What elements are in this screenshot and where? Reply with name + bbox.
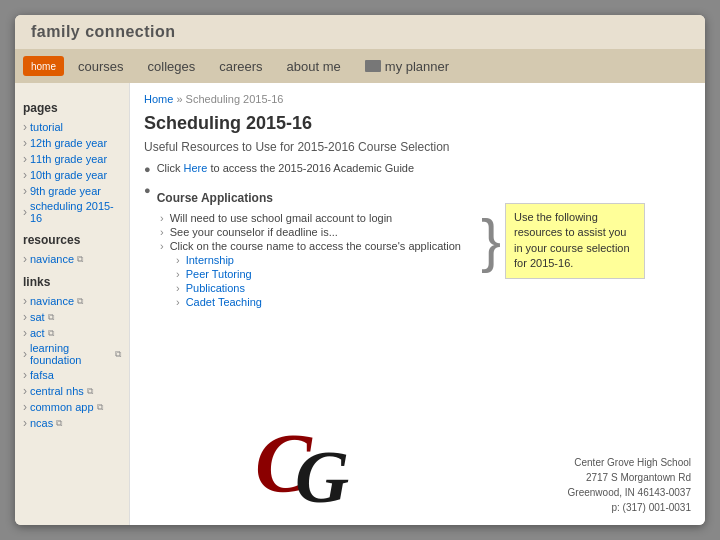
nav-item-courses[interactable]: courses: [68, 55, 134, 78]
ext-icon-act: ⧉: [48, 328, 54, 339]
school-logo: C G: [250, 412, 370, 512]
content-area: pages tutorial 12th grade year 11th grad…: [15, 83, 705, 525]
sidebar-resources-title: resources: [23, 233, 121, 247]
nav-item-colleges[interactable]: colleges: [138, 55, 206, 78]
ext-icon: ⧉: [77, 296, 83, 307]
sidebar-link-naviance-resource[interactable]: naviance ⧉: [23, 251, 121, 267]
sidebar-link-fafsa[interactable]: fafsa: [23, 367, 121, 383]
page-title: Scheduling 2015-16: [144, 113, 691, 134]
subtitle: Useful Resources to Use for 2015-2016 Co…: [144, 140, 691, 154]
sidebar: pages tutorial 12th grade year 11th grad…: [15, 83, 130, 525]
planner-icon: [365, 60, 381, 72]
sidebar-links-title: links: [23, 275, 121, 289]
bullet-dot2: ●: [144, 184, 151, 196]
app-window: family connection home courses colleges …: [15, 15, 705, 525]
nav-item-about-me[interactable]: about me: [277, 55, 351, 78]
school-address2: Greenwood, IN 46143-0037: [568, 485, 691, 500]
school-info: Center Grove High School 2717 S Morganto…: [568, 455, 691, 515]
sidebar-link-naviance[interactable]: naviance ⧉: [23, 293, 121, 309]
sidebar-link-tutorial[interactable]: tutorial: [23, 119, 121, 135]
sidebar-link-12th[interactable]: 12th grade year: [23, 135, 121, 151]
logo-area: C G: [250, 412, 370, 515]
school-name: Center Grove High School: [568, 455, 691, 470]
course-apps-title: Course Applications: [157, 191, 273, 205]
nav-item-my-planner[interactable]: my planner: [355, 55, 459, 78]
school-phone: p: (317) 001-0031: [568, 500, 691, 515]
breadcrumb-home[interactable]: Home: [144, 93, 173, 105]
sub-link-cadet-teaching[interactable]: Cadet Teaching: [176, 296, 691, 308]
main-content: Home » Scheduling 2015-16 Scheduling 201…: [130, 83, 705, 525]
nav-bar: home courses colleges careers about me m…: [15, 49, 705, 83]
sidebar-link-ncas[interactable]: ncas ⧉: [23, 415, 121, 431]
sidebar-link-scheduling[interactable]: scheduling 2015-16: [23, 199, 121, 225]
ext-icon-ca: ⧉: [97, 402, 103, 413]
sidebar-link-act[interactable]: act ⧉: [23, 325, 121, 341]
sidebar-link-central-nhs[interactable]: central nhs ⧉: [23, 383, 121, 399]
breadcrumb: Home » Scheduling 2015-16: [144, 93, 691, 105]
external-link-icon: ⧉: [77, 254, 83, 265]
tooltip-container: } Use the following resources to assist …: [481, 203, 645, 279]
breadcrumb-current: Scheduling 2015-16: [186, 93, 284, 105]
ext-icon-nhs: ⧉: [87, 386, 93, 397]
ext-icon-sat: ⧉: [48, 312, 54, 323]
sidebar-link-common-app[interactable]: common app ⧉: [23, 399, 121, 415]
link-here[interactable]: Here: [184, 162, 208, 174]
sub-link-publications[interactable]: Publications: [176, 282, 691, 294]
bullet-dot: ●: [144, 163, 151, 175]
brace-symbol: }: [481, 211, 501, 271]
nav-item-careers[interactable]: careers: [209, 55, 272, 78]
sidebar-link-9th[interactable]: 9th grade year: [23, 183, 121, 199]
svg-text:G: G: [295, 435, 349, 512]
sidebar-link-learning-foundation[interactable]: learning foundation ⧉: [23, 341, 121, 367]
bullet-item-guide: ● Click Here to access the 2015-2016 Aca…: [144, 162, 691, 175]
app-title: family connection: [31, 23, 176, 40]
ext-icon-ncas: ⧉: [56, 418, 62, 429]
breadcrumb-separator: »: [176, 93, 182, 105]
school-address1: 2717 S Morgantown Rd: [568, 470, 691, 485]
ext-icon-lf: ⧉: [115, 349, 121, 360]
tooltip-box: Use the following resources to assist yo…: [505, 203, 645, 279]
sidebar-pages-title: pages: [23, 101, 121, 115]
home-button[interactable]: home: [23, 56, 64, 76]
sidebar-link-10th[interactable]: 10th grade year: [23, 167, 121, 183]
title-bar: family connection: [15, 15, 705, 49]
sidebar-link-sat[interactable]: sat ⧉: [23, 309, 121, 325]
sidebar-link-11th[interactable]: 11th grade year: [23, 151, 121, 167]
